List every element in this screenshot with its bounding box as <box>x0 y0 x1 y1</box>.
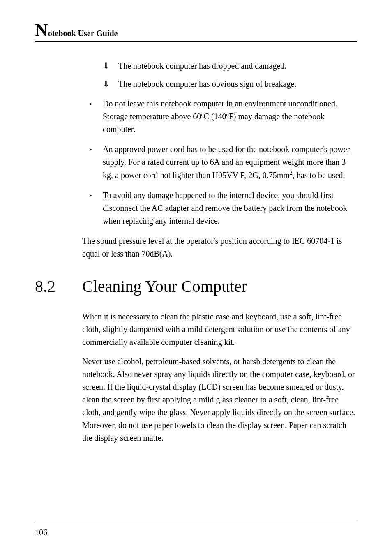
header-dropcap: N <box>35 20 48 40</box>
bullet-text: To avoid any damage happened to the inte… <box>103 189 357 227</box>
page-number: 106 <box>35 528 357 537</box>
sub-bullet-item: ⇓ The notebook computer has obvious sign… <box>82 78 357 90</box>
page-footer: 106 <box>35 520 357 537</box>
bullet-dot-icon: • <box>90 97 103 136</box>
sub-bullet-text: The notebook computer has dropped and da… <box>118 60 286 72</box>
down-arrow-icon: ⇓ <box>103 60 118 72</box>
section-title: Cleaning Your Computer <box>82 277 247 296</box>
bullet-text: An approved power cord has to be used fo… <box>103 143 357 182</box>
bullet-dot-icon: • <box>90 143 103 182</box>
section-number: 8.2 <box>35 277 82 296</box>
bullet-dot-icon: • <box>90 189 103 227</box>
paragraph: The sound pressure level at the operator… <box>82 235 357 260</box>
bullet-item: • An approved power cord has to be used … <box>82 143 357 182</box>
header-rest: otebook User Guide <box>48 29 118 38</box>
sub-bullet-text: The notebook computer has obvious sign o… <box>118 78 296 90</box>
main-content: ⇓ The notebook computer has dropped and … <box>82 60 357 444</box>
footer-divider <box>35 520 357 520</box>
bullet-item: • Do not leave this notebook computer in… <box>82 97 357 136</box>
bullet-text: Do not leave this notebook computer in a… <box>103 97 357 136</box>
bullet-item: • To avoid any damage happened to the in… <box>82 189 357 227</box>
paragraph: Never use alcohol, petroleum-based solve… <box>82 355 357 444</box>
down-arrow-icon: ⇓ <box>103 78 118 90</box>
paragraph: When it is necessary to clean the plasti… <box>82 310 357 349</box>
section-heading: 8.2 Cleaning Your Computer <box>35 277 357 296</box>
page-header: Notebook User Guide <box>35 29 357 42</box>
sub-bullet-item: ⇓ The notebook computer has dropped and … <box>82 60 357 72</box>
